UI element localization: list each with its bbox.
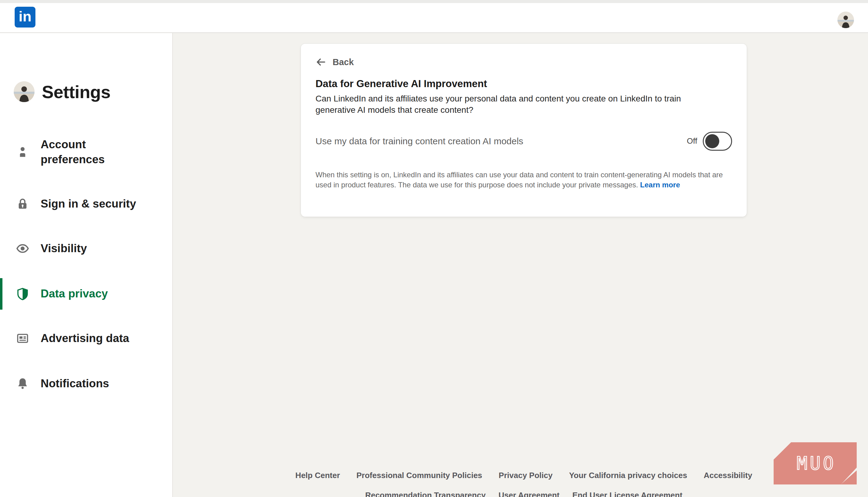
sidebar-item-notifications[interactable]: Notifications xyxy=(0,368,173,399)
arrow-left-icon xyxy=(315,57,326,68)
shield-icon xyxy=(16,287,30,301)
settings-avatar xyxy=(14,81,34,102)
sidebar-item-data-privacy[interactable]: Data privacy xyxy=(0,278,173,310)
footer-link-user-agreement[interactable]: User Agreement xyxy=(498,491,560,497)
sidebar-item-sign-in-security[interactable]: Sign in & security xyxy=(0,188,173,219)
sidebar-item-account-preferences[interactable]: Account preferences xyxy=(0,134,173,171)
footer-links-row-2: Recommendation Transparency User Agreeme… xyxy=(301,491,747,497)
footer-link-professional-community-policies[interactable]: Professional Community Policies xyxy=(356,471,482,480)
sidebar-item-label: Account preferences xyxy=(41,137,138,167)
avatar-photo xyxy=(14,81,34,102)
linkedin-settings-page: in Settings xyxy=(0,0,868,497)
lock-icon xyxy=(16,197,30,211)
footer-link-california-privacy-choices[interactable]: Your California privacy choices xyxy=(569,471,687,480)
settings-header: Settings xyxy=(14,81,111,102)
page-footer: Help Center Professional Community Polic… xyxy=(301,471,747,497)
ad-card-icon xyxy=(16,331,30,345)
footer-link-privacy-policy[interactable]: Privacy Policy xyxy=(499,471,553,480)
footer-link-help-center[interactable]: Help Center xyxy=(295,471,340,480)
footer-link-recommendation-transparency[interactable]: Recommendation Transparency xyxy=(365,491,486,497)
footer-links-row-1: Help Center Professional Community Polic… xyxy=(301,471,747,480)
profile-avatar[interactable] xyxy=(837,12,854,28)
main-content: Back Data for Generative AI Improvement … xyxy=(173,33,868,497)
active-item-indicator xyxy=(0,278,2,310)
sidebar-item-visibility[interactable]: Visibility xyxy=(0,233,173,264)
sidebar-item-label: Notifications xyxy=(41,376,109,391)
back-label: Back xyxy=(333,57,354,67)
toggle-row: Use my data for training content creatio… xyxy=(315,132,732,151)
setting-title: Data for Generative AI Improvement xyxy=(315,78,732,89)
generative-ai-setting-card: Back Data for Generative AI Improvement … xyxy=(301,44,747,217)
ai-data-toggle-switch[interactable] xyxy=(703,132,732,151)
setting-footnote: When this setting is on, LinkedIn and it… xyxy=(315,170,723,190)
sidebar-item-label: Advertising data xyxy=(41,331,129,346)
learn-more-link[interactable]: Learn more xyxy=(640,181,680,189)
muo-badge: MUO xyxy=(774,442,857,484)
setting-description: Can LinkedIn and its affiliates use your… xyxy=(315,93,700,116)
bell-icon xyxy=(16,377,30,390)
eye-icon xyxy=(16,241,30,256)
muo-logo-text: MUO xyxy=(794,453,836,474)
back-button[interactable]: Back xyxy=(315,57,361,68)
linkedin-logo[interactable]: in xyxy=(15,7,35,28)
sidebar-item-label: Visibility xyxy=(41,241,87,256)
settings-sidebar: Settings Account preferences Sign in & s… xyxy=(0,33,173,497)
page-title: Settings xyxy=(42,82,111,102)
avatar-photo xyxy=(837,12,854,28)
person-icon xyxy=(16,145,30,159)
toggle-state-label: Off xyxy=(687,136,697,146)
top-navigation-bar: in xyxy=(0,3,868,33)
sidebar-item-label: Sign in & security xyxy=(41,197,136,212)
footer-link-end-user-license-agreement[interactable]: End User License Agreement xyxy=(572,491,682,497)
toggle-label: Use my data for training content creatio… xyxy=(315,136,523,146)
sidebar-item-advertising-data[interactable]: Advertising data xyxy=(0,323,173,354)
toggle-control-group: Off xyxy=(687,132,732,151)
sidebar-item-label: Data privacy xyxy=(41,286,108,301)
browser-edge-strip xyxy=(0,0,868,3)
muo-watermark: MUO xyxy=(774,442,857,484)
toggle-knob xyxy=(705,134,719,148)
footer-link-accessibility[interactable]: Accessibility xyxy=(704,471,752,480)
